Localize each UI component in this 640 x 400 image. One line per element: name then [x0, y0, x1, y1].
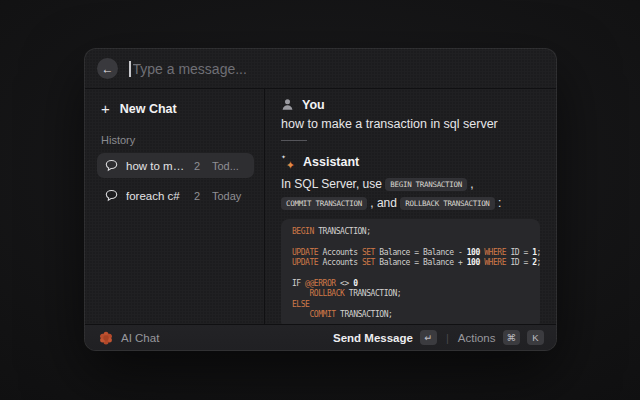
send-message-button[interactable]: Send Message ↵ [333, 330, 437, 345]
history-item-count: 2 [194, 190, 200, 202]
history-item[interactable]: how to make a transa... 2 Tod... [97, 153, 254, 178]
sidebar: + New Chat History how to make a transa.… [85, 89, 265, 324]
chat-bubble-icon [105, 159, 118, 172]
sql-code-block: BEGIN TRANSACTION; UPDATE Accounts SET B… [281, 219, 540, 324]
back-arrow-icon: ← [102, 63, 114, 75]
history-item[interactable]: foreach c# 2 Today [97, 183, 254, 208]
footer-separator: | [446, 332, 449, 344]
actions-label: Actions [458, 332, 496, 344]
k-key-icon: K [527, 330, 544, 345]
code-line: COMMIT TRANSACTION; [292, 310, 529, 320]
ai-chat-window: ← + New Chat History how to make a trans… [84, 48, 557, 351]
inline-code-chip: BEGIN TRANSACTION [385, 178, 467, 191]
new-chat-label: New Chat [120, 102, 177, 116]
history-item-count: 2 [194, 160, 200, 172]
code-line: ELSE [292, 300, 529, 310]
code-line: ROLLBACK TRANSACTION; [292, 289, 529, 299]
inline-code-chip: ROLLBACK TRANSACTION [400, 197, 494, 210]
inline-code-chip: COMMIT TRANSACTION [281, 197, 367, 210]
user-message-text: how to make a transaction in sql server [281, 117, 540, 131]
user-name: You [302, 98, 325, 112]
intro-text-segment: , and [367, 196, 400, 210]
plus-icon: + [101, 101, 110, 116]
assistant-message-header: ✦✦ Assistant [281, 154, 540, 169]
sparkle-icon: ✦✦ [281, 155, 295, 169]
code-line [292, 237, 529, 247]
history-item-date: Tod... [212, 160, 246, 172]
command-key-icon: ⌘ [503, 330, 521, 345]
ai-chat-app-icon [99, 331, 113, 345]
message-input-bar: ← [85, 49, 556, 89]
return-key-icon: ↵ [420, 330, 437, 345]
chat-transcript: You how to make a transaction in sql ser… [265, 89, 556, 324]
code-line [292, 269, 529, 279]
code-line: IF @@ERROR <> 0 [292, 279, 529, 289]
text-caret [129, 61, 131, 77]
history-section-label: History [101, 134, 254, 146]
chat-bubble-icon [105, 189, 118, 202]
assistant-intro-text: In SQL Server, use BEGIN TRANSACTION , C… [281, 175, 540, 213]
assistant-name: Assistant [303, 155, 359, 169]
message-divider [281, 140, 307, 141]
new-chat-button[interactable]: + New Chat [97, 99, 254, 118]
code-line: BEGIN TRANSACTION; [292, 227, 529, 237]
history-item-date: Today [212, 190, 246, 202]
app-name-label: AI Chat [121, 332, 159, 344]
history-item-title: how to make a transa... [126, 160, 186, 172]
back-button[interactable]: ← [97, 58, 118, 79]
intro-text-segment: In SQL Server, use [281, 177, 385, 191]
intro-text-segment: : [495, 196, 502, 210]
status-bar: AI Chat Send Message ↵ | Actions ⌘ K [85, 324, 556, 350]
user-message-header: You [281, 97, 540, 112]
send-message-label: Send Message [333, 332, 413, 344]
message-input[interactable] [133, 61, 545, 77]
intro-text-segment: , [467, 177, 474, 191]
history-item-title: foreach c# [126, 190, 186, 202]
user-avatar-icon [281, 98, 294, 111]
actions-button[interactable]: Actions ⌘ K [458, 330, 544, 345]
code-line: UPDATE Accounts SET Balance = Balance - … [292, 248, 529, 258]
code-line: UPDATE Accounts SET Balance = Balance + … [292, 258, 529, 268]
